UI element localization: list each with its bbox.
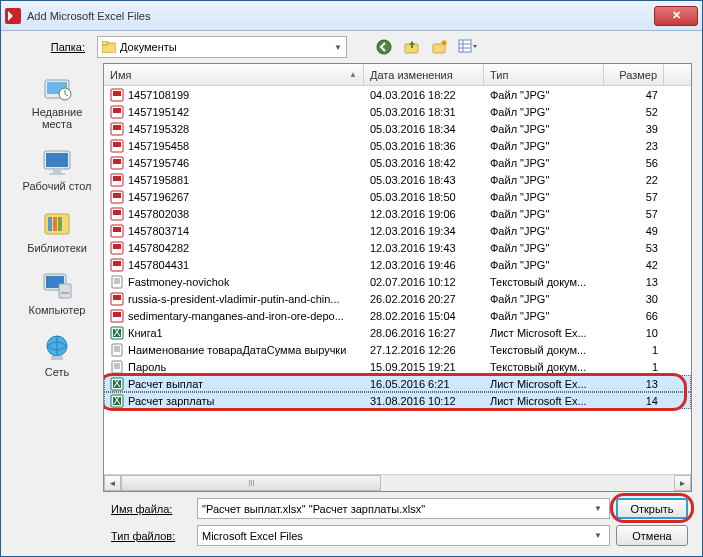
file-row[interactable]: 145780203812.03.2016 19:06Файл "JPG"57 [104, 205, 691, 222]
file-date: 28.02.2016 15:04 [364, 310, 484, 322]
file-date: 05.03.2016 18:34 [364, 123, 484, 135]
file-type: Файл "JPG" [484, 140, 604, 152]
filetype-label: Тип файлов: [21, 530, 191, 542]
file-list[interactable]: 145710819904.03.2016 18:22Файл "JPG"4714… [104, 86, 691, 474]
chevron-down-icon: ▼ [591, 531, 605, 540]
svg-rect-20 [58, 217, 62, 231]
scroll-right-button[interactable]: ► [674, 475, 691, 491]
recent-places-icon [41, 72, 73, 104]
svg-rect-64 [112, 361, 122, 373]
svg-rect-19 [53, 217, 57, 231]
cancel-button[interactable]: Отмена [616, 525, 688, 546]
file-name: 1457804431 [128, 259, 189, 271]
file-row[interactable]: 145719514205.03.2016 18:31Файл "JPG"52 [104, 103, 691, 120]
file-date: 31.08.2016 10:12 [364, 395, 484, 407]
folder-combobox-text: Документы [120, 41, 330, 53]
file-type-icon [110, 173, 124, 187]
scroll-left-button[interactable]: ◄ [104, 475, 121, 491]
chevron-down-icon: ▼ [591, 504, 605, 513]
column-type[interactable]: Тип [484, 64, 604, 85]
place-network[interactable]: Сеть [17, 327, 97, 383]
svg-text:X: X [113, 377, 121, 389]
place-label: Рабочий стол [22, 180, 91, 192]
file-type: Файл "JPG" [484, 174, 604, 186]
close-button[interactable]: ✕ [654, 6, 698, 26]
file-row[interactable]: XРасчет выплат16.05.2016 6:21Лист Micros… [104, 375, 691, 392]
file-row[interactable]: XКнига128.06.2016 16:27Лист Microsoft Ex… [104, 324, 691, 341]
place-computer[interactable]: Компьютер [17, 265, 97, 321]
svg-rect-24 [61, 292, 69, 294]
file-name: Расчет зарплаты [128, 395, 215, 407]
column-size[interactable]: Размер [604, 64, 664, 85]
svg-point-2 [377, 40, 391, 54]
file-row[interactable]: 145719574605.03.2016 18:42Файл "JPG"56 [104, 154, 691, 171]
file-row[interactable]: Fastmoney-novichok02.07.2016 10:12Тексто… [104, 273, 691, 290]
file-size: 57 [604, 191, 664, 203]
file-size: 1 [604, 344, 664, 356]
new-folder-button[interactable] [429, 36, 451, 58]
file-row[interactable]: XРасчет зарплаты31.08.2016 10:12Лист Mic… [104, 392, 691, 409]
horizontal-scrollbar[interactable]: ◄ ► [104, 474, 691, 491]
file-type: Файл "JPG" [484, 106, 604, 118]
file-row[interactable]: 145719545805.03.2016 18:36Файл "JPG"23 [104, 137, 691, 154]
svg-rect-1 [102, 41, 108, 45]
place-libraries[interactable]: Библиотеки [17, 203, 97, 259]
file-row[interactable]: sedimentary-manganes-and-iron-ore-depo..… [104, 307, 691, 324]
file-row[interactable]: russia-s-president-vladimir-putin-and-ch… [104, 290, 691, 307]
svg-rect-6 [459, 40, 471, 52]
filetype-value: Microsoft Excel Files [202, 530, 591, 542]
adobe-pdf-icon [5, 8, 21, 24]
open-button[interactable]: Открыть [616, 498, 688, 519]
file-date: 15.09.2015 19:21 [364, 361, 484, 373]
file-name: Наименование товараДатаСумма выручки [128, 344, 346, 356]
file-type-icon [110, 105, 124, 119]
svg-rect-14 [46, 153, 68, 167]
column-name[interactable]: Имя▲ [104, 64, 364, 85]
folder-combobox[interactable]: Документы ▼ [97, 36, 347, 58]
back-button[interactable] [373, 36, 395, 58]
place-recent[interactable]: Недавние места [17, 67, 97, 135]
file-name: 1457195328 [128, 123, 189, 135]
file-row[interactable]: 145780371412.03.2016 19:34Файл "JPG"49 [104, 222, 691, 239]
file-date: 12.03.2016 19:34 [364, 225, 484, 237]
file-size: 47 [604, 89, 664, 101]
scroll-track[interactable] [121, 475, 674, 491]
filename-combobox[interactable]: "Расчет выплат.xlsx" "Расчет зарплаты.xl… [197, 498, 610, 519]
place-label: Компьютер [29, 304, 86, 316]
filename-label: Имя файла: [21, 503, 191, 515]
up-one-level-button[interactable] [401, 36, 423, 58]
file-row[interactable]: 145719532805.03.2016 18:34Файл "JPG"39 [104, 120, 691, 137]
chevron-down-icon: ▼ [334, 43, 342, 52]
file-size: 14 [604, 395, 664, 407]
column-date[interactable]: Дата изменения [364, 64, 484, 85]
file-size: 39 [604, 123, 664, 135]
file-row[interactable]: Пароль15.09.2015 19:21Текстовый докум...… [104, 358, 691, 375]
file-type-icon [110, 343, 124, 357]
file-row[interactable]: 145710819904.03.2016 18:22Файл "JPG"47 [104, 86, 691, 103]
dialog-body: Недавние места Рабочий стол Библиотеки К… [1, 63, 702, 492]
file-date: 02.07.2016 10:12 [364, 276, 484, 288]
close-icon: ✕ [672, 9, 681, 22]
place-desktop[interactable]: Рабочий стол [17, 141, 97, 197]
file-row[interactable]: 145719626705.03.2016 18:50Файл "JPG"57 [104, 188, 691, 205]
svg-rect-32 [113, 125, 121, 130]
file-row[interactable]: 145719588105.03.2016 18:43Файл "JPG"22 [104, 171, 691, 188]
file-name: 1457803714 [128, 225, 189, 237]
new-folder-icon [432, 39, 448, 55]
column-headers: Имя▲ Дата изменения Тип Размер [104, 64, 691, 86]
file-name: russia-s-president-vladimir-putin-and-ch… [128, 293, 340, 305]
file-date: 12.03.2016 19:43 [364, 242, 484, 254]
scroll-thumb[interactable] [121, 475, 381, 491]
filetype-combobox[interactable]: Microsoft Excel Files ▼ [197, 525, 610, 546]
up-folder-icon [404, 39, 420, 55]
back-icon [376, 39, 392, 55]
file-size: 10 [604, 327, 664, 339]
file-row[interactable]: 145780428212.03.2016 19:43Файл "JPG"53 [104, 239, 691, 256]
svg-rect-48 [113, 261, 121, 266]
file-date: 05.03.2016 18:36 [364, 140, 484, 152]
file-row[interactable]: Наименование товараДатаСумма выручки27.1… [104, 341, 691, 358]
file-type-icon [110, 190, 124, 204]
file-row[interactable]: 145780443112.03.2016 19:46Файл "JPG"42 [104, 256, 691, 273]
svg-rect-46 [113, 244, 121, 249]
view-menu-button[interactable] [457, 36, 479, 58]
